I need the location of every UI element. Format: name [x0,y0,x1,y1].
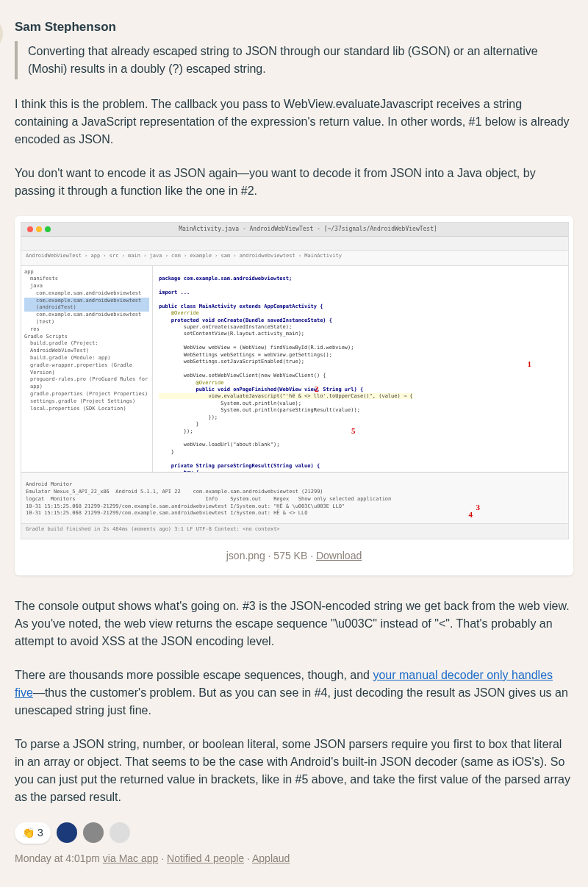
annotation-1: 1 [528,359,532,370]
zoom-icon [45,226,51,232]
attachment-caption: json.png · 575 KB · Download [21,548,567,564]
author-name[interactable]: Sam Stephenson [15,18,573,37]
author-avatar[interactable] [0,18,3,50]
post-timestamp: Monday at 4:01pm [15,852,100,864]
annotation-5: 5 [351,425,356,437]
annotation-4: 4 [469,509,473,520]
body-paragraph-1: I think this is the problem. The callbac… [15,96,573,148]
reactor-avatar-2[interactable] [83,822,104,843]
close-icon [27,226,33,232]
ide-toolbar [21,237,568,251]
ide-editor: package com.example.sam.androidwebviewte… [153,266,568,472]
post-meta: Monday at 4:01pm via Mac app · Notified … [15,851,573,866]
body-paragraph-2: You don't want to encode it as JSON agai… [15,165,573,200]
annotation-2: 2 [315,384,319,395]
forum-post: Sam Stephenson Converting that already e… [15,18,573,866]
ide-project-tree: app manifests java com.example.sam.andro… [21,266,153,472]
notified-link[interactable]: Notified 4 people [167,852,244,864]
quote-block: Converting that already escaped string t… [15,41,573,79]
ide-titlebar: MainActivity.java - AndroidWebViewTest -… [21,223,568,237]
attachment-filename: json.png [226,550,265,561]
body-paragraph-3: The console output shows what's going on… [15,597,573,650]
via-link[interactable]: via Mac app [103,852,158,864]
ide-screenshot[interactable]: MainActivity.java - AndroidWebViewTest -… [21,222,569,539]
ide-window-title: MainActivity.java - AndroidWebViewTest -… [54,225,562,234]
body-paragraph-4: There are thousands more possible escape… [15,667,573,719]
reactions-bar: 👏 3 [15,822,573,844]
body-paragraph-5: To parse a JSON string, number, or boole… [15,736,573,806]
svg-point-0 [0,18,3,50]
attachment-size: 575 KB [273,550,307,561]
applaud-link[interactable]: Applaud [252,852,290,864]
reactor-avatar-1[interactable] [57,822,77,843]
clap-icon: 👏 [22,825,35,841]
applause-reaction[interactable]: 👏 3 [15,822,51,844]
annotation-3: 3 [476,502,481,513]
ide-statusbar: Gradle build finished in 2s 484ms (momen… [21,523,568,539]
minimize-icon [36,226,42,232]
reaction-count: 3 [37,825,43,841]
ide-breadcrumbs: AndroidWebViewTest › app › src › main › … [21,251,568,266]
reactor-avatar-3[interactable] [110,822,130,843]
download-link[interactable]: Download [316,550,362,561]
attachment: MainActivity.java - AndroidWebViewTest -… [15,216,573,575]
